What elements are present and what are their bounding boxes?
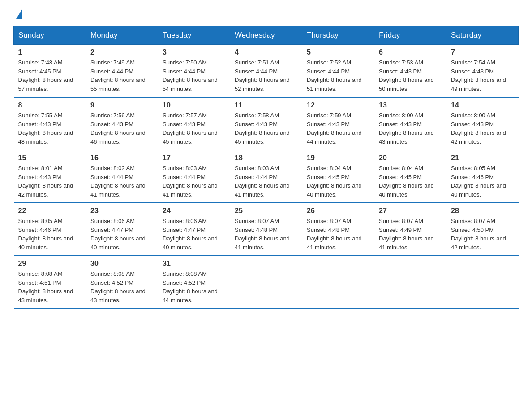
day-number: 8 bbox=[18, 101, 82, 109]
day-info: Sunrise: 7:54 AMSunset: 4:43 PMDaylight:… bbox=[451, 59, 506, 92]
day-info: Sunrise: 8:08 AMSunset: 4:52 PMDaylight:… bbox=[90, 270, 146, 304]
calendar-cell bbox=[302, 256, 374, 308]
day-info: Sunrise: 8:07 AMSunset: 4:49 PMDaylight:… bbox=[379, 218, 434, 251]
day-number: 23 bbox=[90, 207, 153, 215]
calendar-cell: 24Sunrise: 8:06 AMSunset: 4:47 PMDayligh… bbox=[158, 203, 230, 256]
day-info: Sunrise: 8:07 AMSunset: 4:48 PMDaylight:… bbox=[235, 218, 290, 251]
header-monday: Monday bbox=[86, 26, 158, 45]
calendar-cell: 29Sunrise: 8:08 AMSunset: 4:51 PMDayligh… bbox=[14, 256, 86, 308]
day-number: 17 bbox=[163, 154, 225, 162]
calendar-cell: 2Sunrise: 7:49 AMSunset: 4:44 PMDaylight… bbox=[86, 45, 158, 98]
calendar-cell: 28Sunrise: 8:07 AMSunset: 4:50 PMDayligh… bbox=[446, 203, 519, 256]
day-number: 9 bbox=[90, 101, 153, 109]
calendar-cell: 13Sunrise: 8:00 AMSunset: 4:43 PMDayligh… bbox=[374, 97, 446, 150]
calendar-cell: 17Sunrise: 8:03 AMSunset: 4:44 PMDayligh… bbox=[158, 150, 230, 203]
week-row-4: 29Sunrise: 8:08 AMSunset: 4:51 PMDayligh… bbox=[14, 256, 519, 308]
calendar-cell: 8Sunrise: 7:55 AMSunset: 4:43 PMDaylight… bbox=[14, 97, 86, 150]
day-info: Sunrise: 7:50 AMSunset: 4:44 PMDaylight:… bbox=[163, 59, 218, 92]
logo-blue-text bbox=[13, 9, 22, 19]
day-number: 16 bbox=[90, 154, 153, 162]
day-info: Sunrise: 7:51 AMSunset: 4:44 PMDaylight:… bbox=[235, 59, 290, 92]
day-number: 24 bbox=[163, 207, 225, 215]
day-info: Sunrise: 7:57 AMSunset: 4:43 PMDaylight:… bbox=[163, 112, 218, 145]
logo-triangle-icon bbox=[16, 9, 22, 19]
day-number: 28 bbox=[451, 207, 514, 215]
day-info: Sunrise: 8:07 AMSunset: 4:50 PMDaylight:… bbox=[451, 218, 506, 251]
calendar-cell: 5Sunrise: 7:52 AMSunset: 4:44 PMDaylight… bbox=[302, 45, 374, 98]
day-number: 31 bbox=[163, 260, 225, 268]
day-number: 10 bbox=[163, 101, 225, 109]
calendar-cell: 30Sunrise: 8:08 AMSunset: 4:52 PMDayligh… bbox=[86, 256, 158, 308]
day-number: 12 bbox=[307, 101, 369, 109]
header-sunday: Sunday bbox=[14, 26, 86, 45]
week-row-3: 22Sunrise: 8:05 AMSunset: 4:46 PMDayligh… bbox=[14, 203, 519, 256]
day-number: 5 bbox=[307, 48, 369, 56]
week-row-1: 8Sunrise: 7:55 AMSunset: 4:43 PMDaylight… bbox=[14, 97, 519, 150]
calendar-cell: 18Sunrise: 8:03 AMSunset: 4:44 PMDayligh… bbox=[230, 150, 302, 203]
day-info: Sunrise: 8:04 AMSunset: 4:45 PMDaylight:… bbox=[379, 165, 434, 198]
day-number: 26 bbox=[307, 207, 369, 215]
day-info: Sunrise: 8:05 AMSunset: 4:46 PMDaylight:… bbox=[18, 218, 73, 251]
day-info: Sunrise: 8:08 AMSunset: 4:51 PMDaylight:… bbox=[18, 270, 73, 304]
calendar-header-row: SundayMondayTuesdayWednesdayThursdayFrid… bbox=[14, 26, 519, 45]
day-number: 6 bbox=[379, 48, 442, 56]
day-number: 14 bbox=[451, 101, 514, 109]
calendar-cell: 21Sunrise: 8:05 AMSunset: 4:46 PMDayligh… bbox=[446, 150, 519, 203]
day-info: Sunrise: 8:03 AMSunset: 4:44 PMDaylight:… bbox=[163, 165, 218, 198]
calendar-cell bbox=[374, 256, 446, 308]
day-info: Sunrise: 8:07 AMSunset: 4:48 PMDaylight:… bbox=[307, 218, 362, 251]
calendar-cell: 14Sunrise: 8:00 AMSunset: 4:43 PMDayligh… bbox=[446, 97, 519, 150]
calendar-table: SundayMondayTuesdayWednesdayThursdayFrid… bbox=[13, 26, 519, 309]
day-number: 2 bbox=[90, 48, 153, 56]
calendar-cell: 1Sunrise: 7:48 AMSunset: 4:45 PMDaylight… bbox=[14, 45, 86, 98]
calendar-cell: 20Sunrise: 8:04 AMSunset: 4:45 PMDayligh… bbox=[374, 150, 446, 203]
day-number: 18 bbox=[235, 154, 297, 162]
day-number: 13 bbox=[379, 101, 442, 109]
day-info: Sunrise: 7:48 AMSunset: 4:45 PMDaylight:… bbox=[18, 59, 73, 92]
day-info: Sunrise: 7:56 AMSunset: 4:43 PMDaylight:… bbox=[90, 112, 146, 145]
day-number: 11 bbox=[235, 101, 297, 109]
logo bbox=[13, 9, 22, 19]
day-number: 3 bbox=[163, 48, 225, 56]
day-info: Sunrise: 7:53 AMSunset: 4:43 PMDaylight:… bbox=[379, 59, 434, 92]
day-info: Sunrise: 8:01 AMSunset: 4:43 PMDaylight:… bbox=[18, 165, 73, 198]
day-info: Sunrise: 7:59 AMSunset: 4:43 PMDaylight:… bbox=[307, 112, 362, 145]
day-number: 22 bbox=[18, 207, 82, 215]
day-info: Sunrise: 8:02 AMSunset: 4:44 PMDaylight:… bbox=[90, 165, 146, 198]
day-number: 25 bbox=[235, 207, 297, 215]
day-number: 1 bbox=[18, 48, 82, 56]
day-number: 19 bbox=[307, 154, 369, 162]
calendar-cell: 9Sunrise: 7:56 AMSunset: 4:43 PMDaylight… bbox=[86, 97, 158, 150]
calendar-cell: 11Sunrise: 7:58 AMSunset: 4:43 PMDayligh… bbox=[230, 97, 302, 150]
calendar-cell: 19Sunrise: 8:04 AMSunset: 4:45 PMDayligh… bbox=[302, 150, 374, 203]
day-number: 4 bbox=[235, 48, 297, 56]
day-number: 20 bbox=[379, 154, 442, 162]
day-info: Sunrise: 7:58 AMSunset: 4:43 PMDaylight:… bbox=[235, 112, 290, 145]
calendar-cell: 31Sunrise: 8:08 AMSunset: 4:52 PMDayligh… bbox=[158, 256, 230, 308]
calendar-cell: 6Sunrise: 7:53 AMSunset: 4:43 PMDaylight… bbox=[374, 45, 446, 98]
day-info: Sunrise: 8:06 AMSunset: 4:47 PMDaylight:… bbox=[90, 218, 146, 251]
calendar-cell: 16Sunrise: 8:02 AMSunset: 4:44 PMDayligh… bbox=[86, 150, 158, 203]
day-info: Sunrise: 8:08 AMSunset: 4:52 PMDaylight:… bbox=[163, 270, 218, 304]
calendar-cell: 25Sunrise: 8:07 AMSunset: 4:48 PMDayligh… bbox=[230, 203, 302, 256]
calendar-cell bbox=[230, 256, 302, 308]
calendar-cell: 23Sunrise: 8:06 AMSunset: 4:47 PMDayligh… bbox=[86, 203, 158, 256]
header-saturday: Saturday bbox=[446, 26, 519, 45]
header-thursday: Thursday bbox=[302, 26, 374, 45]
day-number: 15 bbox=[18, 154, 82, 162]
header-tuesday: Tuesday bbox=[158, 26, 230, 45]
day-info: Sunrise: 8:00 AMSunset: 4:43 PMDaylight:… bbox=[451, 112, 506, 145]
day-info: Sunrise: 8:05 AMSunset: 4:46 PMDaylight:… bbox=[451, 165, 506, 198]
calendar-cell: 26Sunrise: 8:07 AMSunset: 4:48 PMDayligh… bbox=[302, 203, 374, 256]
calendar-cell: 3Sunrise: 7:50 AMSunset: 4:44 PMDaylight… bbox=[158, 45, 230, 98]
week-row-0: 1Sunrise: 7:48 AMSunset: 4:45 PMDaylight… bbox=[14, 45, 519, 98]
day-info: Sunrise: 8:03 AMSunset: 4:44 PMDaylight:… bbox=[235, 165, 290, 198]
day-info: Sunrise: 8:06 AMSunset: 4:47 PMDaylight:… bbox=[163, 218, 218, 251]
day-number: 7 bbox=[451, 48, 514, 56]
header bbox=[13, 9, 519, 19]
week-row-2: 15Sunrise: 8:01 AMSunset: 4:43 PMDayligh… bbox=[14, 150, 519, 203]
calendar-cell: 7Sunrise: 7:54 AMSunset: 4:43 PMDaylight… bbox=[446, 45, 519, 98]
calendar-cell: 27Sunrise: 8:07 AMSunset: 4:49 PMDayligh… bbox=[374, 203, 446, 256]
day-info: Sunrise: 8:04 AMSunset: 4:45 PMDaylight:… bbox=[307, 165, 362, 198]
day-info: Sunrise: 7:55 AMSunset: 4:43 PMDaylight:… bbox=[18, 112, 73, 145]
